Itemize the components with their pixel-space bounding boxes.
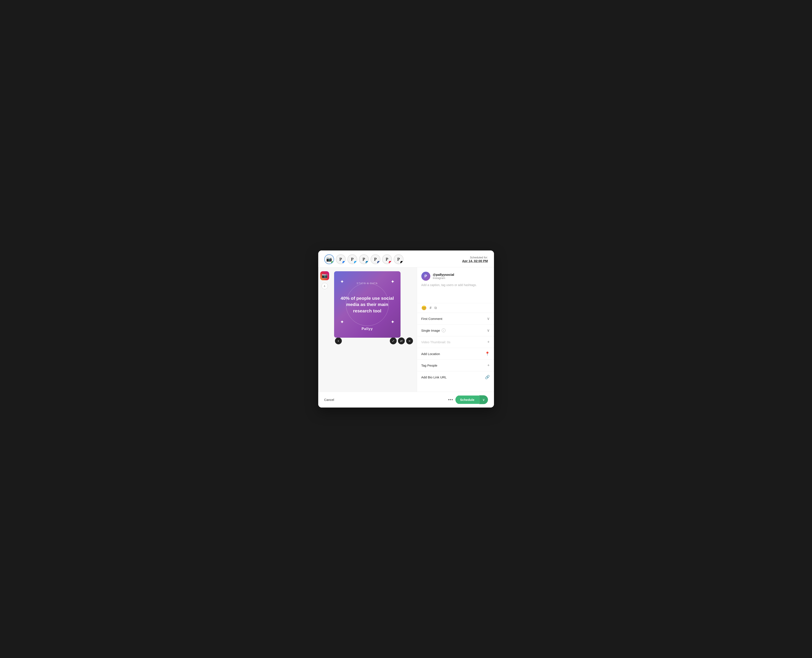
- schedule-dropdown-button[interactable]: ∨: [479, 395, 488, 404]
- account-platform: Instagram: [433, 276, 454, 280]
- fb-badge: f: [342, 261, 346, 264]
- schedule-button-group: Schedule ∨: [455, 395, 488, 404]
- single-image-row: Single Image i: [421, 329, 446, 332]
- platform-icons-list: 📷 ✓ P f P t P in P f: [324, 254, 403, 264]
- tw-badge: t: [354, 261, 357, 264]
- swap-icon: ⇄: [400, 339, 403, 343]
- star-decoration-tr: ✦: [391, 279, 395, 285]
- account-avatar: P: [421, 272, 430, 281]
- cancel-button[interactable]: Cancel: [324, 398, 334, 401]
- fullscreen-icon: ⤢: [392, 339, 395, 343]
- account-details: @pallyysocial Instagram: [433, 273, 454, 280]
- caption-area[interactable]: Add a caption, tag users or add hashtags…: [417, 283, 494, 303]
- platform-icon-linkedin[interactable]: P in: [359, 254, 369, 264]
- add-location-label: Add Location: [421, 352, 440, 356]
- footer-right: ••• Schedule ∨: [448, 395, 488, 404]
- scheduled-for-label: Scheduled for:: [470, 256, 488, 259]
- single-image-label: Single Image: [421, 329, 440, 332]
- post-brand-name: Pallyy: [362, 327, 373, 331]
- ig-camera-icon: 📷: [322, 273, 328, 279]
- fa-badge: f: [377, 261, 380, 264]
- add-bio-link-label: Add Bio Link URL: [421, 375, 447, 379]
- first-comment-section[interactable]: First Comment ∨: [417, 313, 494, 324]
- instagram-indicator: 📷: [320, 271, 329, 280]
- tag-people-section[interactable]: Tag People +: [417, 360, 494, 371]
- chevron-up-icon: ∧: [324, 285, 326, 288]
- pallyy-logo-fa: P: [374, 257, 376, 262]
- scheduled-date[interactable]: Apr 14, 02:00 PM: [462, 259, 488, 263]
- scheduled-info: Scheduled for: Apr 14, 02:00 PM: [462, 256, 488, 263]
- post-image: ✦ ✦ ✦ ✦ STATS & DATA 40% of people use s…: [334, 271, 401, 338]
- more-options-button[interactable]: •••: [406, 337, 413, 344]
- first-comment-chevron-icon: ∨: [487, 316, 490, 321]
- pallyy-logo-pi: P: [386, 257, 388, 262]
- fullscreen-button[interactable]: ⤢: [390, 337, 397, 344]
- left-sidebar: 📷 ∧: [318, 267, 331, 392]
- pallyy-logo-tk: P: [397, 257, 400, 262]
- first-comment-label: First Comment: [421, 317, 442, 321]
- swap-button[interactable]: ⇄: [398, 337, 405, 344]
- plus-icon: +: [337, 339, 339, 343]
- info-icon: i: [442, 329, 445, 332]
- star-decoration-br: ✦: [391, 319, 395, 325]
- caption-placeholder[interactable]: Add a caption, tag users or add hashtags…: [421, 283, 490, 301]
- pallyy-logo-li: P: [362, 257, 365, 262]
- pi-badge: P: [389, 261, 392, 264]
- platform-icon-instagram[interactable]: 📷 ✓: [324, 254, 334, 264]
- platform-icon-twitter[interactable]: P t: [347, 254, 357, 264]
- image-preview-area: ✦ ✦ ✦ ✦ STATS & DATA 40% of people use s…: [331, 267, 417, 392]
- add-bio-link-section[interactable]: Add Bio Link URL 🔗: [417, 371, 494, 383]
- platform-icon-pinterest[interactable]: P P: [382, 254, 392, 264]
- copy-button[interactable]: ⧉: [434, 306, 437, 310]
- pallyy-logo-tw: P: [351, 257, 353, 262]
- active-check-badge: ✓: [331, 261, 334, 264]
- platform-icon-facebook[interactable]: P f: [336, 254, 346, 264]
- emoji-button[interactable]: 😊: [421, 306, 427, 310]
- add-media-button[interactable]: +: [335, 337, 342, 344]
- location-pin-icon: 📍: [485, 351, 490, 356]
- star-decoration-tl: ✦: [340, 279, 344, 285]
- star-decoration-bl: ✦: [340, 319, 344, 325]
- more-options-footer-button[interactable]: •••: [448, 397, 453, 402]
- modal-body: 📷 ∧ ✦ ✦ ✦ ✦ STATS & DATA 40% of people u…: [318, 267, 494, 392]
- single-image-chevron-icon: ∨: [487, 328, 490, 333]
- stats-label: STATS & DATA: [357, 282, 378, 285]
- schedule-button[interactable]: Schedule: [455, 396, 479, 404]
- image-action-buttons: ⤢ ⇄ •••: [390, 337, 413, 344]
- video-thumbnail-label: Video Thumbnail: 0s: [421, 340, 450, 344]
- platform-header: 📷 ✓ P f P t P in P f: [318, 251, 494, 267]
- tag-people-label: Tag People: [421, 363, 437, 367]
- link-icon: 🔗: [485, 375, 490, 379]
- video-thumbnail-plus-icon: +: [488, 340, 490, 344]
- collapse-button[interactable]: ∧: [321, 283, 328, 289]
- pallyy-logo-fb: P: [339, 257, 342, 262]
- platform-icon-facebook2[interactable]: P f: [370, 254, 380, 264]
- modal-container: 📷 ✓ P f P t P in P f: [318, 251, 494, 407]
- tk-badge: ♪: [400, 261, 403, 264]
- video-thumbnail-section[interactable]: Video Thumbnail: 0s +: [417, 336, 494, 348]
- image-controls: + ⤢ ⇄ •••: [334, 337, 414, 344]
- right-panel: P @pallyysocial Instagram Add a caption,…: [417, 267, 494, 392]
- avatar-letter: P: [424, 274, 427, 279]
- tag-people-plus-icon: +: [488, 363, 490, 368]
- schedule-chevron-icon: ∨: [483, 398, 485, 401]
- single-image-section[interactable]: Single Image i ∨: [417, 324, 494, 336]
- hashtag-button[interactable]: #: [430, 306, 432, 310]
- add-location-section[interactable]: Add Location 📍: [417, 348, 494, 360]
- post-main-text: 40% of people use social media as their …: [334, 295, 401, 314]
- modal-footer: Cancel ••• Schedule ∨: [318, 392, 494, 407]
- platform-icon-tiktok[interactable]: P ♪: [393, 254, 403, 264]
- account-handle: @pallyysocial: [433, 273, 454, 276]
- li-badge: in: [365, 261, 369, 264]
- ellipsis-icon: •••: [409, 340, 411, 342]
- account-info: P @pallyysocial Instagram: [417, 267, 494, 283]
- caption-toolbar: 😊 # ⧉: [417, 303, 494, 313]
